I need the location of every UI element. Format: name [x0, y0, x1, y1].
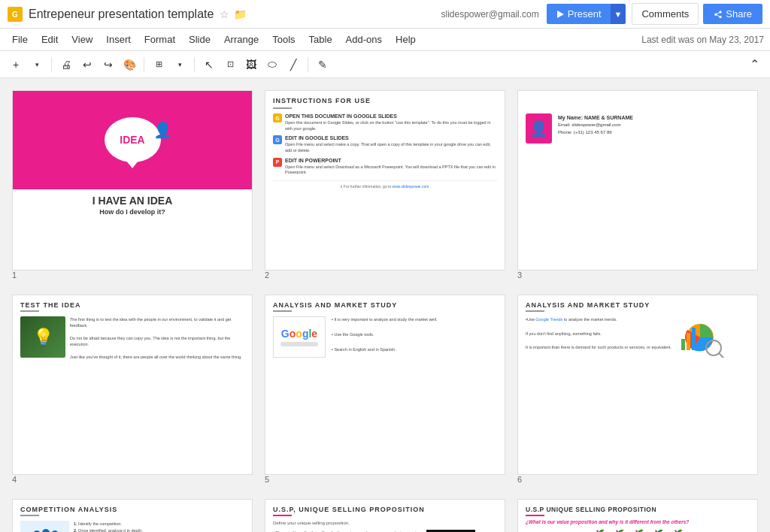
- google-logo: Google: [281, 328, 317, 340]
- chart-green: [700, 324, 713, 337]
- menu-table[interactable]: Table: [303, 32, 338, 47]
- slide-thumb-7[interactable]: COMPETITION ANALYSIS: [12, 499, 253, 532]
- slide4-body: 💡 The first thing is to test the idea wi…: [20, 316, 244, 360]
- slide-wrapper-8: U.S.P, UNIQUE SELLING PROPOSITION Define…: [265, 499, 505, 532]
- svg-text:G: G: [12, 11, 18, 19]
- menu-addons[interactable]: Add-ons: [340, 32, 388, 47]
- menu-file[interactable]: File: [6, 32, 34, 47]
- slide2-section-2: EDIT IN GOOGLE SLIDES Open File menu and…: [285, 135, 497, 153]
- present-button[interactable]: Present: [547, 4, 611, 24]
- add-slide-button[interactable]: +: [6, 55, 26, 74]
- slide2-row-2: G EDIT IN GOOGLE SLIDES Open File menu a…: [273, 135, 497, 153]
- folder-icon[interactable]: 📁: [234, 8, 247, 20]
- slide-thumb-2[interactable]: INSTRUCTIONS FOR USE G OPEN THIS DOCUMEN…: [265, 90, 505, 271]
- slide7-content: COMPETITION ANALYSIS: [13, 500, 252, 532]
- apple-2: 🍎: [610, 529, 626, 532]
- slide6-chart: [678, 316, 726, 358]
- slide-thumb-1[interactable]: IDEA 👤 I HAVE AN IDEA How do I develop i…: [12, 90, 253, 271]
- bulb-icon: 💡: [33, 328, 53, 347]
- present-dropdown-button[interactable]: ▼: [611, 4, 626, 24]
- slide6-body: •Use Google Trends to analyze the market…: [526, 316, 750, 358]
- slide1-subtitle: How do I develop it?: [19, 208, 246, 216]
- menu-arrange[interactable]: Arrange: [218, 32, 265, 47]
- last-edit-label: Last edit was on May 23, 2017: [641, 35, 764, 45]
- slide-number-4: 4: [12, 475, 253, 484]
- add-dropdown-button[interactable]: ▾: [27, 55, 47, 74]
- slide1-bottom: I HAVE AN IDEA How do I develop it?: [13, 189, 252, 222]
- paint-format-button[interactable]: 🎨: [120, 55, 139, 74]
- slide5-body: Google • It is very important to analyze…: [273, 316, 497, 358]
- text-box-button[interactable]: ⊡: [220, 55, 240, 74]
- undo-button[interactable]: ↩: [77, 55, 97, 74]
- slide-wrapper-2: INSTRUCTIONS FOR USE G OPEN THIS DOCUMEN…: [265, 90, 505, 283]
- slide4-image: 💡: [20, 316, 65, 358]
- slide-thumb-3[interactable]: 👤 My Name: NAME & SURNAME Email: slidesp…: [517, 90, 758, 271]
- apple-red: 🍎: [649, 529, 665, 532]
- slide-thumb-9[interactable]: U.S.P UNIQUE SELLING PROPOSITION ¿What i…: [517, 499, 758, 532]
- slide2-section-3: EDIT IN POWERPOINT Open File menu and se…: [285, 158, 497, 176]
- avatar-icon: 👤: [529, 119, 548, 138]
- apple-row: 🍎 🍎 🍎 🍎 🍎: [526, 529, 750, 532]
- menu-edit[interactable]: Edit: [35, 32, 64, 47]
- apple-4: 🍎: [668, 529, 685, 532]
- powerpoint-icon: P: [273, 158, 282, 167]
- slide7-body: 1. Identify the competition. 2. Once ide…: [20, 521, 244, 532]
- slides-panel[interactable]: IDEA 👤 I HAVE AN IDEA How do I develop i…: [0, 78, 770, 532]
- bar-2: [687, 333, 690, 350]
- slide8-subtitle: Define your unique selling proposition.: [273, 521, 497, 525]
- slide-thumb-6[interactable]: ANALYSIS AND MARKET STUDY •Use Google Tr…: [517, 295, 758, 475]
- slide-wrapper-1: IDEA 👤 I HAVE AN IDEA How do I develop i…: [12, 90, 253, 283]
- menu-insert[interactable]: Insert: [100, 32, 137, 47]
- redo-button[interactable]: ↪: [99, 55, 118, 74]
- slide6-line: [526, 310, 544, 312]
- menu-tools[interactable]: Tools: [266, 32, 301, 47]
- profile-phone: Phone: (+31) 123 45 67 89: [558, 129, 633, 137]
- slide1-header: IDEA 👤: [13, 91, 252, 189]
- slide8-content: U.S.P, UNIQUE SELLING PROPOSITION Define…: [265, 500, 505, 532]
- slide5-title: ANALYSIS AND MARKET STUDY: [273, 301, 497, 309]
- cursor-button[interactable]: ↖: [199, 55, 219, 74]
- slide-thumb-4[interactable]: TEST THE IDEA 💡 The first thing is to te…: [12, 295, 253, 475]
- google-search-image: Google: [273, 316, 326, 358]
- slide-thumb-8[interactable]: U.S.P, UNIQUE SELLING PROPOSITION Define…: [265, 499, 505, 532]
- line-button[interactable]: ╱: [283, 55, 303, 74]
- profile-name: My Name: NAME & SURNAME: [558, 113, 633, 122]
- comment-toolbar-button[interactable]: ✎: [313, 55, 332, 74]
- menu-view[interactable]: View: [65, 32, 99, 47]
- slide5-points: • It is very important to analyze and st…: [332, 316, 437, 353]
- bar-3: [692, 328, 696, 350]
- people-svg: [20, 521, 69, 532]
- slide-number-5: 5: [265, 475, 505, 484]
- slide4-content: TEST THE IDEA 💡 The first thing is to te…: [13, 295, 252, 366]
- menu-format[interactable]: Format: [138, 32, 181, 47]
- slide-number-6: 6: [517, 475, 758, 484]
- main-area: IDEA 👤 I HAVE AN IDEA How do I develop i…: [0, 78, 770, 532]
- slide2-content: INSTRUCTIONS FOR USE G OPEN THIS DOCUMEN…: [265, 91, 505, 195]
- slide2-line: [273, 107, 292, 109]
- image-button[interactable]: 🖼: [241, 55, 261, 74]
- slide-wrapper-7: COMPETITION ANALYSIS: [12, 499, 253, 532]
- menu-help[interactable]: Help: [390, 32, 422, 47]
- slide-wrapper-9: U.S.P UNIQUE SELLING PROPOSITION ¿What i…: [517, 499, 758, 532]
- slide9-content: U.S.P UNIQUE SELLING PROPOSITION ¿What i…: [518, 500, 757, 532]
- slide5-content: ANALYSIS AND MARKET STUDY Google • It is…: [265, 295, 505, 364]
- slide-number-3: 3: [517, 271, 758, 280]
- slide4-title: TEST THE IDEA: [20, 301, 244, 309]
- avatar: 👤: [526, 113, 552, 144]
- slide9-line: [526, 515, 544, 516]
- zoom-fit-button[interactable]: ⊞: [149, 55, 168, 74]
- menu-slide[interactable]: Slide: [183, 32, 217, 47]
- slide-wrapper-6: ANALYSIS AND MARKET STUDY •Use Google Tr…: [517, 295, 758, 487]
- toolbar: + ▾ 🖨 ↩ ↪ 🎨 ⊞ ▾ ↖ ⊡ 🖼 ⬭ ╱ ✎ ⌃: [0, 51, 770, 78]
- comments-button[interactable]: Comments: [632, 3, 699, 25]
- share-button[interactable]: Share: [703, 4, 762, 24]
- title-bar: G Entrepeneur presentation template ☆ 📁 …: [0, 0, 770, 29]
- slide-wrapper-4: TEST THE IDEA 💡 The first thing is to te…: [12, 295, 253, 487]
- slide6-content: ANALYSIS AND MARKET STUDY •Use Google Tr…: [518, 295, 757, 364]
- zoom-dropdown-button[interactable]: ▾: [170, 55, 189, 74]
- slide-thumb-5[interactable]: ANALYSIS AND MARKET STUDY Google • It is…: [265, 295, 505, 475]
- collapse-button[interactable]: ⌃: [744, 55, 764, 74]
- print-button[interactable]: 🖨: [56, 55, 76, 74]
- star-icon[interactable]: ☆: [220, 8, 229, 20]
- shape-button[interactable]: ⬭: [262, 55, 282, 74]
